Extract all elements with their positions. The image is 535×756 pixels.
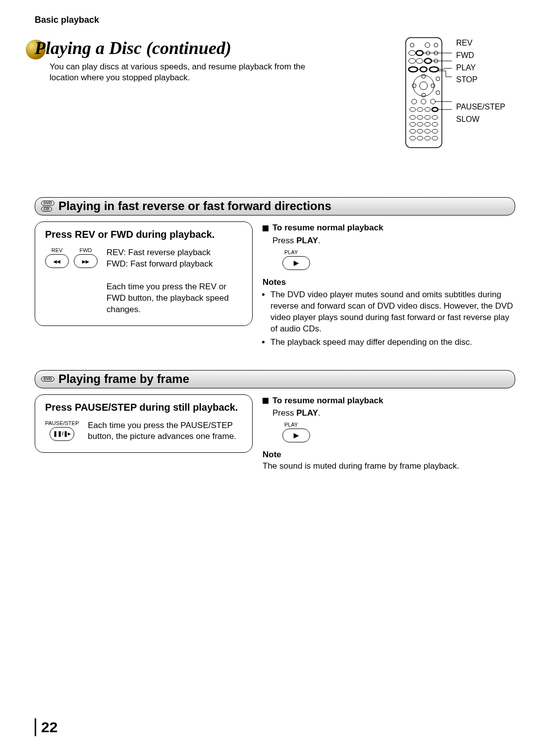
desc-fwd: FWD: Fast forward playback: [107, 259, 242, 270]
pause-button-group: PAUSE/STEP ❚❚/❚▸: [45, 420, 79, 441]
resume-head: To resume normal playback: [272, 395, 383, 407]
play-caption: PLAY: [284, 421, 515, 429]
note-heading: Note: [263, 449, 515, 461]
play-caption: PLAY: [284, 249, 515, 256]
section2-left-heading: Press PAUSE/STEP during still playback.: [45, 402, 242, 413]
page-number: 22: [35, 718, 57, 736]
page-title: Playing a Disc (continued): [35, 38, 515, 58]
rev-caption: REV: [52, 247, 63, 253]
section1-btn-desc: REV: Fast reverse playback FWD: Fast for…: [107, 247, 242, 316]
resume-text: Press PLAY.: [272, 235, 515, 247]
badge-dvd-only: DVD: [41, 376, 54, 382]
resume-prefix: Press: [272, 408, 296, 418]
resume-bold: PLAY: [296, 408, 318, 418]
note-item: The playback speed may differ depending …: [270, 337, 515, 348]
section2-right: To resume normal playback Press PLAY. PL…: [263, 394, 515, 473]
remote-label-slow: SLOW: [456, 113, 505, 126]
title-row: Playing a Disc (continued) You can play …: [35, 38, 515, 83]
desc-speed: Each time you press the REV or FWD butto…: [107, 281, 242, 316]
section-title: Playing in fast reverse or fast forward …: [58, 199, 331, 213]
manual-page: Basic playback: [0, 0, 535, 756]
pause-caption: PAUSE/STEP: [45, 420, 79, 426]
section1-left-box: Press REV or FWD during playback. REV ◂◂…: [35, 221, 253, 326]
badge-cd: CD: [41, 207, 52, 212]
badge-dvd-cd: DVD CD: [41, 200, 54, 212]
section1-left-heading: Press REV or FWD during playback.: [45, 229, 242, 240]
section1-right: To resume normal playback Press PLAY. PL…: [263, 221, 515, 350]
remote-label-pause: PAUSE/STEP: [456, 101, 505, 113]
section2-body: Press PAUSE/STEP during still playback. …: [35, 394, 515, 473]
section-header-fastplay: DVD CD Playing in fast reverse or fast f…: [35, 197, 515, 216]
fwd-caption: FWD: [79, 247, 92, 253]
square-bullet-icon: [263, 398, 268, 404]
resume-head: To resume normal playback: [272, 222, 383, 234]
play-button-icon: ▶: [282, 256, 310, 270]
rev-fwd-buttons: REV ◂◂ FWD ▸▸: [45, 247, 98, 268]
section-title: Playing frame by frame: [58, 372, 189, 386]
notes-heading: Notes: [263, 277, 515, 288]
section-header-frame: DVD Playing frame by frame: [35, 370, 515, 388]
badge-dvd: DVD: [41, 201, 54, 206]
note-text: The sound is muted during frame by frame…: [263, 461, 515, 472]
square-bullet-icon: [263, 225, 268, 231]
section2-btn-desc: Each time you press the PAUSE/STEP butto…: [88, 420, 242, 443]
badge-dvd: DVD: [41, 377, 54, 381]
section2-left-box: Press PAUSE/STEP during still playback. …: [35, 394, 253, 453]
intro-text: You can play discs at various speeds, an…: [50, 61, 312, 83]
resume-bold: PLAY: [296, 236, 318, 245]
resume-text: Press PLAY.: [272, 408, 515, 419]
pause-step-button-icon: ❚❚/❚▸: [50, 427, 74, 441]
fwd-button-icon: ▸▸: [74, 254, 98, 268]
note-item: The DVD video player mutes sound and omi…: [270, 289, 515, 335]
notes-list: The DVD video player mutes sound and omi…: [263, 289, 515, 348]
desc-rev: REV: Fast reverse playback: [107, 247, 242, 259]
play-button-icon: ▶: [282, 429, 310, 442]
resume-prefix: Press: [272, 236, 296, 245]
section1-body: Press REV or FWD during playback. REV ◂◂…: [35, 221, 515, 350]
rev-button-icon: ◂◂: [45, 254, 69, 268]
breadcrumb: Basic playback: [35, 15, 515, 25]
